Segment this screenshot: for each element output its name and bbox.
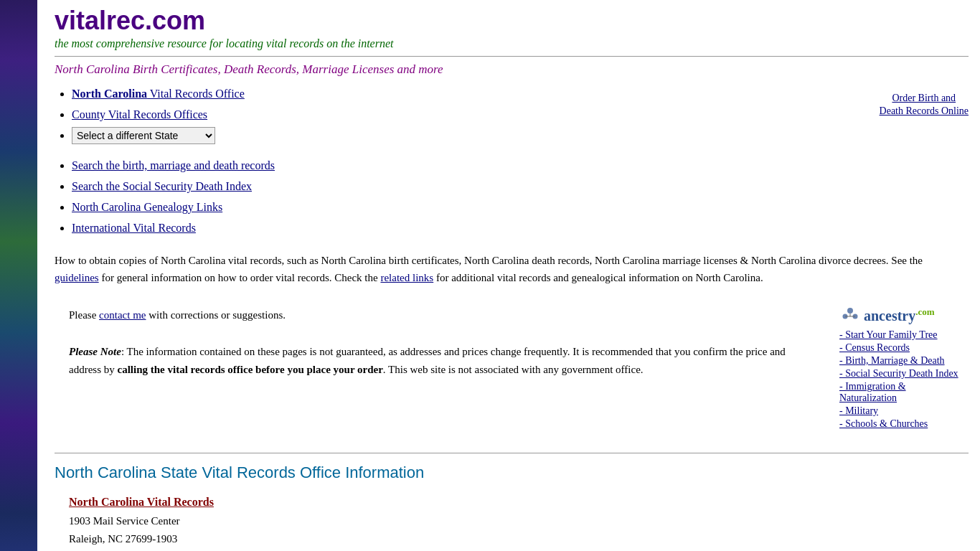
nc-vital-records-link[interactable]: North Carolina Vital Records [69,496,214,508]
note-bold: calling the vital records office before … [118,364,383,375]
order-line2: Death Records Online [880,105,969,116]
ancestry-link-census: - Census Records [839,342,961,354]
ancestry-com: .com [915,306,934,317]
top-nav-area: North Carolina Vital Records Office Coun… [55,84,969,146]
contact-suffix: with corrections or suggestions. [146,309,286,321]
nav-item-search-records: Search the birth, marriage and death rec… [72,156,969,176]
contact-prefix: Please [69,309,99,321]
ancestry-links-list: - Start Your Family Tree - Census Record… [839,329,961,430]
bottom-section: Please contact me with corrections or su… [55,299,969,439]
office-link-line: North Carolina Vital Records [69,492,969,512]
header-divider [55,56,969,57]
nav-item-vital-records-office: North Carolina Vital Records Office [72,84,851,105]
birth-marriage-link[interactable]: - Birth, Marriage & Death [839,355,945,366]
state-select-dropdown[interactable]: Select a different StateAlabamaAlaskaAri… [72,127,215,144]
office-address1: 1903 Mail Service Center [69,512,969,531]
description-block: How to obtain copies of North Carolina v… [55,252,969,286]
genealogy-link[interactable]: North Carolina Genealogy Links [72,201,222,213]
desc-text3: for additional vital records and genealo… [433,272,763,283]
ancestry-logo-text: ancestry.com [864,306,935,324]
tagline: the most comprehensive resource for loca… [55,37,969,50]
nav-item-state-select: Select a different StateAlabamaAlaskaAri… [72,126,851,146]
related-links-link[interactable]: related links [380,272,433,283]
desc-text1: How to obtain copies of North Carolina v… [55,255,923,266]
ancestry-link-schools: - Schools & Churches [839,418,961,430]
decorative-sidebar [0,0,37,551]
secondary-nav-list: Search the birth, marriage and death rec… [55,156,969,238]
office-address2: Raleigh, NC 27699-1903 [69,530,969,549]
order-records-link[interactable]: Order Birth and Death Records Online [880,93,969,116]
main-content: vitalrec.com the most comprehensive reso… [37,0,980,551]
contact-link[interactable]: contact me [99,309,146,321]
please-note-paragraph: Please Note: The information contained o… [69,343,818,380]
nc-suffix: Vital Records Office [147,88,245,100]
ssdi-link[interactable]: Search the Social Security Death Index [72,180,252,192]
nav-item-county-offices: County Vital Records Offices [72,105,851,126]
county-offices-link[interactable]: County Vital Records Offices [72,108,207,121]
ancestry-ssdi-link[interactable]: - Social Security Death Index [839,368,958,379]
site-title: vitalrec.com [55,6,969,36]
ancestry-link-immigration: - Immigration & Naturalization [839,381,961,404]
military-link[interactable]: - Military [839,405,878,416]
state-header: North Carolina Birth Certificates, Death… [55,62,969,77]
nav-item-ssdi: Search the Social Security Death Index [72,176,969,197]
order-box: Order Birth and Death Records Online [880,91,969,117]
international-link[interactable]: International Vital Records [72,222,196,234]
order-line1: Order Birth and [892,93,956,103]
ancestry-tree-icon [839,306,861,324]
family-tree-link[interactable]: - Start Your Family Tree [839,329,938,340]
ancestry-link-birth-marriage: - Birth, Marriage & Death [839,355,961,367]
guidelines-link[interactable]: guidelines [55,272,99,283]
section-divider [55,453,969,453]
ancestry-sidebar: ancestry.com - Start Your Family Tree - … [825,299,969,439]
nav-item-international: International Vital Records [72,218,969,239]
note-label: Please Note [69,346,121,357]
schools-churches-link[interactable]: - Schools & Churches [839,418,928,429]
top-nav-links: North Carolina Vital Records Office Coun… [55,84,851,146]
ancestry-logo: ancestry.com [839,306,961,324]
search-records-link[interactable]: Search the birth, marriage and death rec… [72,159,275,171]
note-end: . This web site is not associated with a… [383,364,644,375]
contact-paragraph: Please contact me with corrections or su… [69,306,818,325]
ancestry-link-family-tree: - Start Your Family Tree [839,329,961,341]
census-link[interactable]: - Census Records [839,342,910,353]
immigration-link[interactable]: - Immigration & Naturalization [839,381,906,403]
svg-point-0 [847,308,853,314]
nc-bold: North Carolina [72,88,147,100]
ancestry-link-ssdi: - Social Security Death Index [839,368,961,380]
ancestry-link-military: - Military [839,405,961,417]
nav-item-genealogy: North Carolina Genealogy Links [72,197,969,218]
primary-nav-list: North Carolina Vital Records Office Coun… [55,84,851,146]
office-info: North Carolina Vital Records 1903 Mail S… [55,492,969,551]
office-section-title: North Carolina State Vital Records Offic… [55,463,969,482]
vital-records-office-link[interactable]: North Carolina Vital Records Office [72,88,245,100]
note-area: Please contact me with corrections or su… [55,299,825,439]
desc-text2: for general information on how to order … [99,272,381,283]
